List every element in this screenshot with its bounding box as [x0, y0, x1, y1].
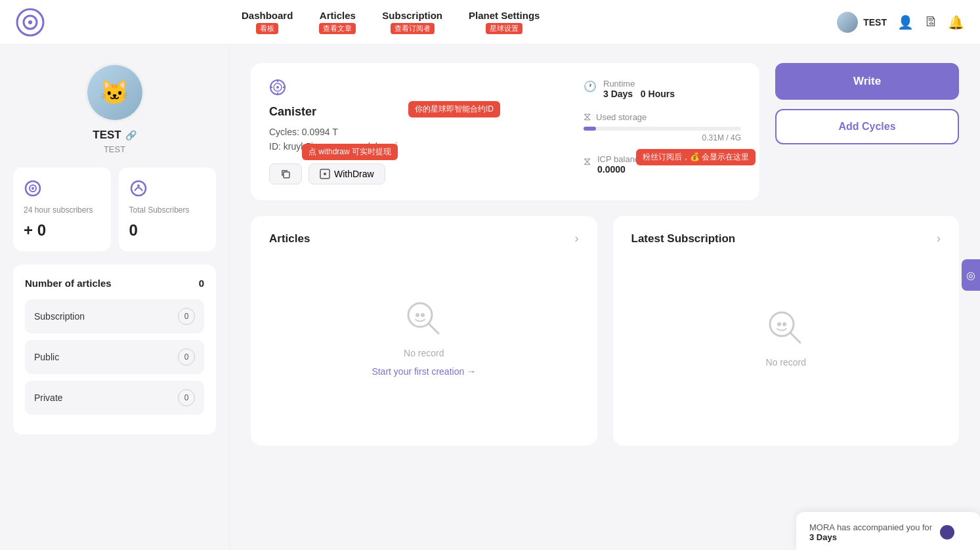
subscription-panel-header: Latest Subscription › [631, 232, 941, 245]
runtime-row: 🕐 Runtime 3 Days 0 Hours [584, 79, 741, 99]
subscription-panel-title: Latest Subscription [631, 232, 736, 245]
tooltip-id-container: 你的星球即智能合约ID [408, 101, 500, 117]
canister-actions-row: Canister Cycles: 0.0994 T ID: kruyl-5iaa… [251, 63, 959, 200]
stat-total-icon [129, 179, 206, 201]
storage-label: Used storage [596, 112, 647, 122]
topnav: Dashboard 看板 Articles 查看文章 Subscription … [0, 0, 980, 45]
articles-panel: Articles › No record Start yo [251, 216, 597, 446]
articles-empty-text: No record [404, 348, 444, 358]
svg-point-24 [777, 322, 781, 326]
stats-row: 24 hour subscribers 0 Total Subscribers … [13, 167, 216, 251]
subscription-panel-chevron[interactable]: › [937, 232, 941, 245]
svg-point-21 [421, 313, 425, 317]
private-badge: 0 [178, 389, 195, 406]
clock-icon: 🕐 [584, 80, 597, 93]
icp-icon: ⧖ [584, 156, 591, 167]
sidebar-profile: 🐱 TEST 🔗 TEST [13, 63, 216, 154]
svg-point-2 [28, 20, 32, 24]
tooltip-withdraw: 点 withdraw 可实时提现 [302, 144, 398, 160]
card-icon[interactable]: 🖺 [924, 14, 937, 30]
withdraw-button[interactable]: WithDraw [309, 163, 385, 184]
stat-total: Total Subscribers 0 [119, 167, 217, 251]
stat-24h-label: 24 hour subscribers [24, 205, 100, 216]
tab-planet-settings[interactable]: Planet Settings 星球设置 [456, 10, 553, 34]
bottom-panels: Articles › No record Start yo [251, 216, 959, 446]
articles-section-count: 0 [199, 278, 204, 289]
runtime-label: Runtime [603, 79, 675, 89]
subscription-panel: Latest Subscription › No record [613, 216, 960, 446]
articles-empty-link[interactable]: Start your first creation → [372, 366, 476, 377]
canister-card: Canister Cycles: 0.0994 T ID: kruyl-5iaa… [251, 63, 759, 200]
copy-button[interactable] [269, 163, 302, 184]
sidebar-username: TEST 🔗 [93, 129, 136, 142]
mora-days: 3 Days [809, 532, 932, 542]
articles-section-title: Number of articles [25, 278, 112, 289]
subscription-badge: 0 [178, 308, 195, 325]
storage-icon: ⧖ [584, 111, 591, 123]
link-icon[interactable]: 🔗 [125, 130, 137, 140]
subscription-empty-state: No record [631, 259, 941, 416]
topnav-right: TEST 👤 🖺 🔔 [837, 12, 964, 33]
nav-tabs: Dashboard 看板 Articles 查看文章 Subscription … [228, 10, 553, 34]
svg-rect-15 [284, 172, 289, 178]
articles-panel-chevron[interactable]: › [575, 232, 579, 245]
svg-line-19 [429, 324, 438, 333]
articles-empty-state: No record Start your first creation → [269, 259, 579, 416]
sidebar: 🐱 TEST 🔗 TEST 24 hour subscribers 0 [0, 45, 230, 550]
public-badge: 0 [178, 349, 195, 366]
storage-row: ⧖ Used storage 0.31M / 4G [584, 111, 741, 142]
svg-line-23 [790, 333, 800, 343]
articles-panel-header: Articles › [269, 232, 579, 245]
svg-point-5 [32, 187, 34, 190]
tab-subscription[interactable]: Subscription 查看订阅者 [369, 10, 456, 34]
storage-value: 0.31M / 4G [584, 133, 741, 142]
svg-point-10 [276, 86, 279, 89]
subscription-empty-text: No record [766, 357, 806, 368]
svg-point-25 [782, 322, 786, 326]
write-button[interactable]: Write [775, 63, 959, 100]
actions-panel: Write Add Cycles [775, 63, 959, 200]
icp-value: 0.0000 [597, 164, 644, 175]
svg-point-20 [415, 313, 419, 317]
sidebar-avatar: 🐱 [85, 63, 144, 122]
article-row-public[interactable]: Public 0 [25, 340, 204, 374]
stat-total-value: 0 [129, 221, 206, 240]
article-row-subscription[interactable]: Subscription 0 [25, 299, 204, 333]
tooltip-id: 你的星球即智能合约ID [408, 101, 500, 117]
topnav-avatar [837, 12, 858, 33]
article-row-private[interactable]: Private 0 [25, 381, 204, 415]
articles-section: Number of articles 0 Subscription 0 Publ… [13, 264, 216, 434]
logo[interactable] [16, 8, 45, 37]
articles-panel-title: Articles [269, 232, 310, 245]
articles-empty-icon [403, 298, 445, 340]
stat-24h-icon [24, 179, 100, 201]
user-profile[interactable]: TEST [837, 12, 887, 33]
canister-right-info: 🕐 Runtime 3 Days 0 Hours [584, 79, 741, 175]
storage-progress-fill [584, 127, 596, 131]
tab-articles[interactable]: Articles 查看文章 [306, 10, 369, 34]
tooltip-icp: 粉丝订阅后，💰 会显示在这里 [636, 149, 756, 165]
topnav-username: TEST [863, 17, 887, 28]
main-layout: 🐱 TEST 🔗 TEST 24 hour subscribers 0 [0, 45, 980, 550]
sidebar-subname: TEST [104, 144, 125, 154]
stat-total-label: Total Subscribers [129, 205, 206, 216]
svg-point-17 [324, 173, 326, 175]
main-content: Canister Cycles: 0.0994 T ID: kruyl-5iaa… [230, 45, 980, 550]
mora-dot [940, 525, 954, 539]
stat-24h: 24 hour subscribers 0 [13, 167, 111, 251]
icp-row: ⧖ ICP balance 0.0000 粉丝订阅后，💰 会显示在这里 [584, 154, 741, 175]
articles-header: Number of articles 0 [25, 278, 204, 289]
svg-point-7 [137, 184, 140, 187]
tab-dashboard[interactable]: Dashboard 看板 [228, 10, 306, 34]
account-icon[interactable]: 👤 [897, 14, 914, 30]
mora-banner: MORA has accompanied you for 3 Days [796, 512, 980, 550]
bell-icon[interactable]: 🔔 [948, 14, 964, 30]
subscription-empty-icon [765, 307, 807, 349]
stat-24h-value: 0 [24, 221, 100, 240]
add-cycles-button[interactable]: Add Cycles [775, 109, 959, 144]
right-accent[interactable]: ◎ [962, 259, 980, 291]
runtime-value: 3 Days 0 Hours [603, 89, 675, 99]
